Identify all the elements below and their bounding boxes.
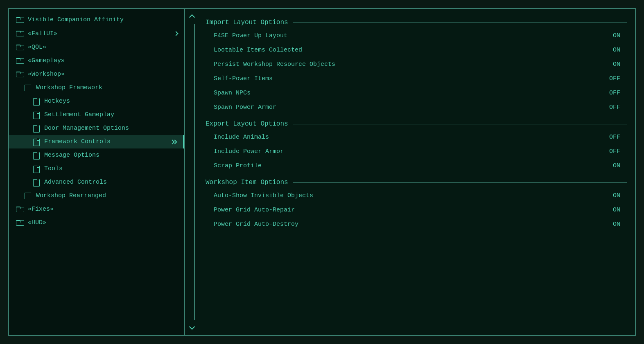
setting-value: OFF bbox=[600, 90, 620, 97]
file-icon bbox=[32, 98, 40, 105]
cube-icon bbox=[24, 193, 32, 199]
sidebar-item-label: «Fixes» bbox=[28, 206, 54, 213]
setting-row-power-grid-repair[interactable]: Power Grid Auto-Repair ON bbox=[206, 203, 627, 217]
sidebar-item-gameplay[interactable]: «Gameplay» bbox=[9, 54, 184, 67]
file-icon bbox=[32, 112, 40, 118]
setting-value: ON bbox=[600, 162, 620, 169]
sidebar: Visible Companion Affinity«FallUI»«QOL»«… bbox=[9, 9, 185, 335]
section-header-import-layout: Import Layout Options bbox=[206, 19, 627, 26]
sidebar-item-door-management[interactable]: Door Management Options bbox=[9, 121, 184, 135]
setting-row-scrap-profile[interactable]: Scrap Profile ON bbox=[206, 159, 627, 173]
setting-label: F4SE Power Up Layout bbox=[214, 32, 287, 39]
sidebar-item-label: Visible Companion Affinity bbox=[28, 16, 124, 23]
sidebar-item-hud[interactable]: «HUD» bbox=[9, 216, 184, 229]
setting-label: Self-Power Items bbox=[214, 75, 273, 82]
setting-row-spawn-power-armor[interactable]: Spawn Power Armor OFF bbox=[206, 100, 627, 115]
section-title: Export Layout Options bbox=[206, 120, 288, 128]
setting-row-self-power[interactable]: Self-Power Items OFF bbox=[206, 72, 627, 86]
sidebar-item-label: Workshop Framework bbox=[36, 84, 102, 91]
sidebar-item-label: «Workshop» bbox=[28, 71, 65, 78]
sidebar-item-workshop-rearranged[interactable]: Workshop Rearranged bbox=[9, 189, 184, 202]
folder-icon bbox=[16, 31, 24, 36]
sidebar-item-label: Workshop Rearranged bbox=[36, 192, 106, 199]
sidebar-item-label: «HUD» bbox=[28, 219, 46, 226]
file-icon bbox=[32, 166, 40, 172]
cube-icon bbox=[24, 85, 32, 91]
sidebar-item-workshop-framework[interactable]: Workshop Framework bbox=[9, 81, 184, 94]
setting-label: Auto-Show Invisible Objects bbox=[214, 192, 313, 199]
sidebar-item-label: Door Management Options bbox=[44, 125, 129, 132]
sidebar-item-label: «FallUI» bbox=[28, 30, 57, 37]
scroll-down-arrow[interactable] bbox=[190, 323, 194, 331]
setting-row-spawn-npcs[interactable]: Spawn NPCs OFF bbox=[206, 86, 627, 100]
sidebar-item-visible-companion[interactable]: Visible Companion Affinity bbox=[9, 13, 184, 27]
folder-icon bbox=[16, 58, 24, 64]
setting-row-include-animals[interactable]: Include Animals OFF bbox=[206, 130, 627, 144]
sidebar-item-framework-controls[interactable]: Framework Controls bbox=[9, 135, 184, 148]
setting-value: ON bbox=[600, 221, 620, 228]
sidebar-item-advanced-controls[interactable]: Advanced Controls bbox=[9, 175, 184, 189]
sidebar-item-hotkeys[interactable]: Hotkeys bbox=[9, 94, 184, 108]
setting-label: Lootable Items Collected bbox=[214, 47, 302, 54]
setting-row-persist-workshop[interactable]: Persist Workshop Resource Objects ON bbox=[206, 57, 627, 72]
scroll-track bbox=[194, 24, 195, 320]
sidebar-item-label: Hotkeys bbox=[44, 98, 70, 105]
section-title: Workshop Item Options bbox=[206, 179, 288, 186]
setting-label: Scrap Profile bbox=[214, 162, 262, 169]
file-icon bbox=[32, 179, 40, 186]
sidebar-item-label: Settlement Gameplay bbox=[44, 111, 114, 118]
sidebar-item-label: «QOL» bbox=[28, 44, 46, 51]
folder-icon bbox=[16, 207, 24, 212]
setting-value: ON bbox=[600, 207, 620, 214]
settings-content: Import Layout Options F4SE Power Up Layo… bbox=[206, 13, 635, 331]
section-header-export-layout: Export Layout Options bbox=[206, 120, 627, 128]
setting-value: ON bbox=[600, 32, 620, 39]
sidebar-item-fallui[interactable]: «FallUI» bbox=[9, 27, 184, 40]
sidebar-item-qol[interactable]: «QOL» bbox=[9, 40, 184, 54]
setting-row-auto-show-invisible[interactable]: Auto-Show Invisible Objects ON bbox=[206, 189, 627, 203]
file-icon bbox=[32, 152, 40, 159]
main-container: Visible Companion Affinity«FallUI»«QOL»«… bbox=[8, 8, 636, 336]
setting-label: Persist Workshop Resource Objects bbox=[214, 61, 335, 68]
setting-label: Spawn NPCs bbox=[214, 90, 251, 97]
sidebar-item-message-options[interactable]: Message Options bbox=[9, 148, 184, 162]
setting-label: Power Grid Auto-Destroy bbox=[214, 221, 298, 228]
sidebar-item-fixes[interactable]: «Fixes» bbox=[9, 202, 184, 216]
setting-label: Include Animals bbox=[214, 134, 269, 141]
sidebar-item-tools[interactable]: Tools bbox=[9, 162, 184, 175]
nav-arrow bbox=[174, 30, 178, 37]
setting-label: Spawn Power Armor bbox=[214, 104, 276, 111]
setting-value: ON bbox=[600, 61, 620, 68]
active-arrow bbox=[171, 140, 176, 144]
section-title: Import Layout Options bbox=[206, 19, 288, 26]
section-header-workshop-item: Workshop Item Options bbox=[206, 179, 627, 186]
setting-label: Power Grid Auto-Repair bbox=[214, 207, 295, 214]
folder-icon bbox=[16, 72, 24, 77]
sidebar-item-label: «Gameplay» bbox=[28, 57, 65, 64]
sidebar-item-label: Advanced Controls bbox=[44, 179, 107, 186]
folder-icon bbox=[16, 220, 24, 226]
setting-value: ON bbox=[600, 47, 620, 54]
right-panel: Import Layout Options F4SE Power Up Layo… bbox=[185, 9, 635, 335]
setting-value: OFF bbox=[600, 104, 620, 111]
sidebar-item-label: Message Options bbox=[44, 152, 99, 159]
setting-value: OFF bbox=[600, 75, 620, 82]
folder-icon bbox=[16, 17, 24, 23]
sidebar-item-label: Framework Controls bbox=[44, 138, 111, 145]
sidebar-item-workshop[interactable]: «Workshop» bbox=[9, 67, 184, 81]
setting-label: Include Power Armor bbox=[214, 148, 284, 155]
file-icon bbox=[32, 125, 40, 132]
setting-row-f4se-power-up[interactable]: F4SE Power Up Layout ON bbox=[206, 29, 627, 43]
setting-row-lootable-items[interactable]: Lootable Items Collected ON bbox=[206, 43, 627, 57]
folder-icon bbox=[16, 45, 24, 50]
setting-row-power-grid-destroy[interactable]: Power Grid Auto-Destroy ON bbox=[206, 217, 627, 232]
setting-value: OFF bbox=[600, 148, 620, 155]
sidebar-item-settlement-gameplay[interactable]: Settlement Gameplay bbox=[9, 108, 184, 121]
setting-value: OFF bbox=[600, 134, 620, 141]
setting-row-include-power-armor[interactable]: Include Power Armor OFF bbox=[206, 144, 627, 159]
file-icon bbox=[32, 139, 40, 145]
scroll-up-arrow[interactable] bbox=[190, 13, 194, 21]
setting-value: ON bbox=[600, 192, 620, 199]
sidebar-item-label: Tools bbox=[44, 165, 63, 172]
